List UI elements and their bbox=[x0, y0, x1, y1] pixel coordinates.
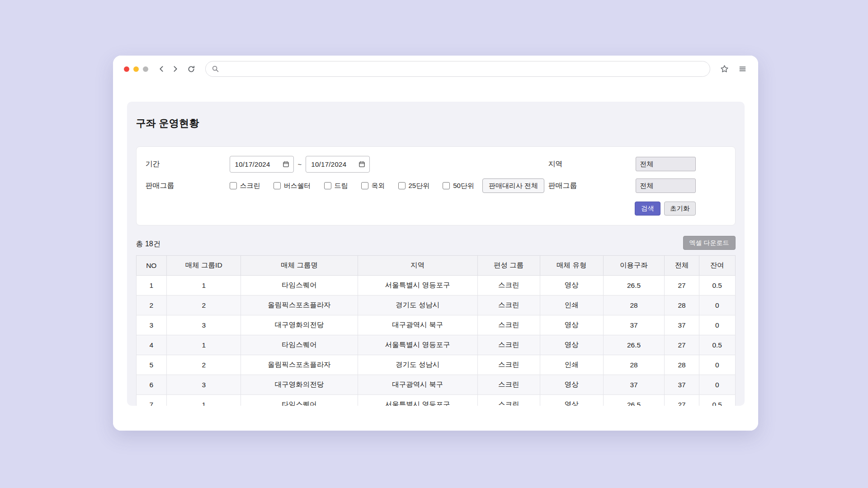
table-cell: 영상 bbox=[540, 276, 603, 296]
checkbox-icon[interactable] bbox=[443, 182, 450, 189]
hamburger-menu-icon bbox=[738, 65, 747, 73]
region-label: 지역 bbox=[548, 160, 636, 169]
address-bar[interactable] bbox=[205, 61, 710, 77]
sales-group-checkbox-3[interactable]: 드림 bbox=[324, 182, 348, 190]
date-from-input[interactable]: 10/17/2024 bbox=[230, 156, 294, 173]
table-cell: 7 bbox=[136, 395, 167, 406]
minimize-window-button[interactable] bbox=[133, 66, 139, 72]
checkbox-icon[interactable] bbox=[230, 182, 237, 189]
total-count: 총 18건 bbox=[136, 239, 160, 250]
table-cell: 3 bbox=[136, 315, 167, 335]
page-title: 구좌 운영현황 bbox=[136, 102, 736, 130]
table-cell: 서울특별시 영등포구 bbox=[358, 395, 477, 406]
column-header: NO bbox=[136, 256, 167, 276]
table-row: 63대구영화의전당대구광역시 북구스크린영상37370 bbox=[136, 375, 735, 395]
table-cell: 27 bbox=[665, 395, 699, 406]
table-cell: 경기도 성남시 bbox=[358, 355, 477, 375]
checkbox-icon[interactable] bbox=[324, 182, 331, 189]
table-cell: 스크린 bbox=[477, 276, 540, 296]
table-cell: 스크린 bbox=[477, 395, 540, 406]
checkbox-label: 옥외 bbox=[372, 182, 385, 190]
excel-download-button[interactable]: 엑셀 다운로드 bbox=[683, 236, 736, 250]
chevron-right-icon bbox=[171, 65, 179, 73]
table-cell: 경기도 성남시 bbox=[358, 296, 477, 315]
reload-button[interactable] bbox=[184, 62, 198, 76]
table-cell: 37 bbox=[603, 315, 664, 335]
column-header: 이용구좌 bbox=[603, 256, 664, 276]
table-cell: 0 bbox=[699, 355, 735, 375]
close-window-button[interactable] bbox=[124, 66, 129, 72]
table-cell: 6 bbox=[136, 375, 167, 395]
filter-actions: 검색 초기화 bbox=[146, 197, 726, 220]
browser-window: 구좌 운영현황 기간 10/17/2024 ~ 10/17/2024 지역 bbox=[113, 56, 758, 431]
table-cell: 2 bbox=[167, 296, 241, 315]
table-cell: 올림픽스포츠플라자 bbox=[241, 296, 358, 315]
sales-group-checkbox-2[interactable]: 버스쉘터 bbox=[274, 182, 311, 190]
sales-group-checkbox-4[interactable]: 옥외 bbox=[361, 182, 385, 190]
table-cell: 27 bbox=[665, 276, 699, 296]
table-cell: 0 bbox=[699, 296, 735, 315]
search-button[interactable]: 검색 bbox=[635, 202, 660, 216]
reset-button[interactable]: 초기화 bbox=[664, 202, 696, 216]
reload-icon bbox=[187, 65, 195, 73]
agency-all-button[interactable]: 판매대리사 전체 bbox=[482, 178, 544, 193]
sales-group-label: 판매그룹 bbox=[146, 181, 230, 191]
checkbox-label: 스크린 bbox=[240, 182, 260, 190]
table-cell: 스크린 bbox=[477, 315, 540, 335]
sales-group-checkbox-6[interactable]: 50단위 bbox=[443, 182, 474, 190]
table-cell: 스크린 bbox=[477, 296, 540, 315]
table-cell: 37 bbox=[665, 315, 699, 335]
table-cell: 5 bbox=[136, 355, 167, 375]
table-cell: 서울특별시 영등포구 bbox=[358, 276, 477, 296]
sales-group-select-label: 판매그룹 bbox=[548, 181, 636, 191]
table-cell: 28 bbox=[603, 355, 664, 375]
date-to-value: 10/17/2024 bbox=[311, 160, 346, 168]
checkbox-icon[interactable] bbox=[361, 182, 368, 189]
sales-group-checkbox-5[interactable]: 25단위 bbox=[398, 182, 430, 190]
table-cell: 28 bbox=[603, 296, 664, 315]
filter-row-period: 기간 10/17/2024 ~ 10/17/2024 지역 전체 bbox=[146, 153, 726, 175]
forward-button[interactable] bbox=[168, 62, 182, 76]
chevron-left-icon bbox=[158, 65, 165, 73]
menu-button[interactable] bbox=[736, 62, 749, 76]
checkbox-icon[interactable] bbox=[398, 182, 406, 189]
table-cell: 스크린 bbox=[477, 335, 540, 355]
sales-group-select[interactable]: 전체 bbox=[636, 178, 696, 193]
table-cell: 3 bbox=[167, 315, 241, 335]
table-toolbar: 총 18건 엑셀 다운로드 bbox=[136, 236, 736, 250]
sales-group-checkboxes: 스크린버스쉘터드림옥외25단위50단위 bbox=[230, 182, 474, 190]
column-header: 매체 유형 bbox=[540, 256, 603, 276]
date-from-value: 10/17/2024 bbox=[235, 160, 270, 168]
table-cell: 0.5 bbox=[699, 395, 735, 406]
table-row: 41타임스퀘어서울특별시 영등포구스크린영상26.5270.5 bbox=[136, 335, 735, 355]
table-cell: 2 bbox=[136, 296, 167, 315]
sales-group-checkbox-1[interactable]: 스크린 bbox=[230, 182, 260, 190]
table-cell: 1 bbox=[136, 276, 167, 296]
checkbox-icon[interactable] bbox=[274, 182, 281, 189]
table-cell: 스크린 bbox=[477, 355, 540, 375]
back-button[interactable] bbox=[155, 62, 168, 76]
bookmark-button[interactable] bbox=[717, 62, 731, 76]
table-cell: 대구광역시 북구 bbox=[358, 315, 477, 335]
column-header: 잔여 bbox=[699, 256, 735, 276]
checkbox-label: 버스쉘터 bbox=[284, 182, 311, 190]
checkbox-label: 드림 bbox=[335, 182, 348, 190]
star-icon bbox=[720, 65, 729, 73]
table-cell: 타임스퀘어 bbox=[241, 276, 358, 296]
column-header: 매체 그룹ID bbox=[167, 256, 241, 276]
fullscreen-window-button[interactable] bbox=[143, 66, 148, 72]
table-cell: 28 bbox=[665, 296, 699, 315]
region-select[interactable]: 전체 bbox=[636, 157, 696, 171]
table-cell: 26.5 bbox=[603, 335, 664, 355]
table-cell: 대구영화의전당 bbox=[241, 315, 358, 335]
window-controls bbox=[124, 66, 148, 72]
table-cell: 올림픽스포츠플라자 bbox=[241, 355, 358, 375]
table-row: 22올림픽스포츠플라자경기도 성남시스크린인쇄28280 bbox=[136, 296, 735, 315]
table-cell: 37 bbox=[603, 375, 664, 395]
table-cell: 대구영화의전당 bbox=[241, 375, 358, 395]
checkbox-label: 25단위 bbox=[409, 182, 430, 190]
table-cell: 37 bbox=[665, 375, 699, 395]
column-header: 지역 bbox=[358, 256, 477, 276]
date-to-input[interactable]: 10/17/2024 bbox=[306, 156, 370, 173]
sales-group-select-group: 판매그룹 전체 bbox=[548, 178, 726, 193]
